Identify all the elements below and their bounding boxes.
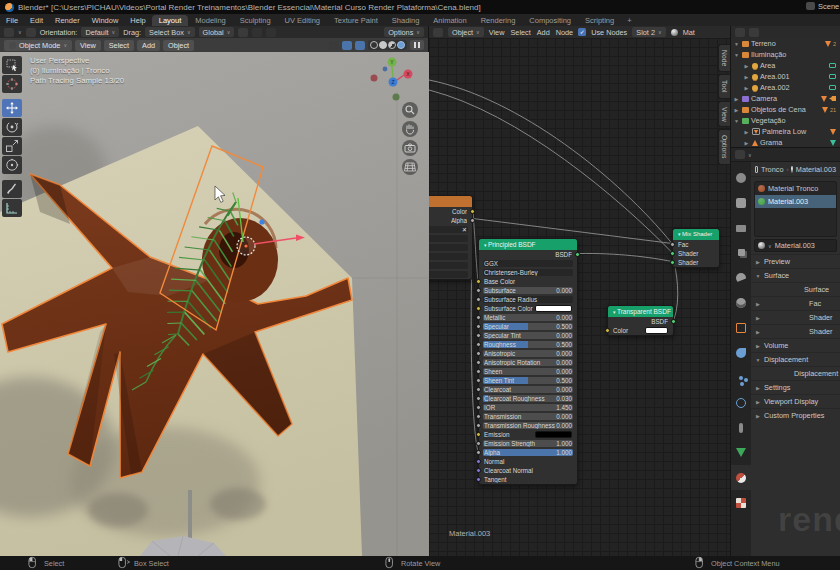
disclosure-closed-icon[interactable]: ▶ bbox=[755, 343, 761, 349]
node-row-transmission[interactable]: Transmission0.000 bbox=[479, 412, 577, 421]
disclosure-open-icon[interactable]: ▼ bbox=[733, 52, 740, 58]
properties-tab-render[interactable] bbox=[731, 190, 751, 215]
material-slot-material-003[interactable]: Material.003 bbox=[755, 195, 836, 208]
node-row-ggx[interactable]: GGX∨ bbox=[479, 259, 577, 268]
outliner-row-ilumina-o[interactable]: ▼Iluminação bbox=[731, 49, 840, 60]
image-dropdown-0[interactable]: ∨ bbox=[429, 234, 472, 243]
editor-type-icon[interactable] bbox=[433, 28, 443, 37]
properties-tab-particles[interactable] bbox=[731, 365, 751, 390]
sidebar-tab-view[interactable]: View bbox=[718, 101, 730, 128]
zoom-view-button[interactable] bbox=[402, 102, 418, 118]
outliner-row-area-002[interactable]: ▶Area.002 bbox=[731, 82, 840, 93]
object-type-visibility-icon[interactable] bbox=[329, 41, 339, 50]
properties-tab-material[interactable] bbox=[731, 465, 751, 490]
socket-clearcoat-normal-in[interactable] bbox=[476, 468, 481, 473]
outliner-filter-icon[interactable] bbox=[749, 28, 759, 37]
socket-emission-strength-in[interactable] bbox=[476, 441, 481, 446]
panel-panel-viewport-display[interactable]: ▶Viewport Display bbox=[751, 394, 840, 408]
disclosure-open-icon[interactable]: ▼ bbox=[733, 118, 740, 124]
panel-field-displacement[interactable]: Displacement bbox=[751, 366, 840, 380]
node-row-clearcoat[interactable]: Clearcoat0.000 bbox=[479, 385, 577, 394]
socket-subsurface-in[interactable] bbox=[476, 288, 481, 293]
move-gizmo-icon[interactable] bbox=[26, 28, 36, 37]
disclosure-closed-icon[interactable]: ▶ bbox=[755, 329, 761, 335]
active-tool-icon[interactable] bbox=[4, 28, 14, 37]
outliner-display-mode-icon[interactable] bbox=[735, 28, 745, 37]
wireframe-shading-button[interactable] bbox=[370, 41, 378, 49]
workspace-tab-uv-editing[interactable]: UV Editing bbox=[278, 15, 327, 26]
properties-tab-scene[interactable] bbox=[731, 265, 751, 290]
material-preview-button[interactable] bbox=[388, 41, 396, 49]
workspace-tab-shading[interactable]: Shading bbox=[385, 15, 427, 26]
disclosure-closed-icon[interactable]: ▶ bbox=[755, 399, 761, 405]
transparent-bsdf-node[interactable]: ▾ Transparent BSDF BSDF Color bbox=[607, 305, 674, 336]
orientation-dropdown[interactable]: Default∨ bbox=[81, 27, 119, 37]
workspace-tab-compositing[interactable]: Compositing bbox=[522, 15, 578, 26]
render-pause-button[interactable] bbox=[410, 40, 424, 50]
socket-specular-in[interactable] bbox=[476, 324, 481, 329]
shader-menu-node[interactable]: Node bbox=[556, 28, 573, 37]
data-badge-icon[interactable] bbox=[829, 85, 836, 90]
workspace-tab-texture-paint[interactable]: Texture Paint bbox=[327, 15, 385, 26]
transparent-node-header[interactable]: ▾ Transparent BSDF bbox=[608, 306, 673, 317]
outliner-row-grama[interactable]: ▶Grama bbox=[731, 137, 840, 148]
node-row-metallic[interactable]: Metallic0.000 bbox=[479, 313, 577, 322]
disclosure-closed-icon[interactable]: ▶ bbox=[743, 129, 750, 135]
camera-badge-icon[interactable] bbox=[829, 96, 836, 101]
node-row-roughness[interactable]: Roughness0.500 bbox=[479, 340, 577, 349]
node-row-clearcoat-normal[interactable]: Clearcoat Normal bbox=[479, 466, 577, 475]
tool-annotate-button[interactable] bbox=[2, 180, 22, 198]
node-row-sheen-tint[interactable]: Sheen Tint0.500 bbox=[479, 376, 577, 385]
panel-panel-settings[interactable]: ▶Settings bbox=[751, 380, 840, 394]
mix-input-fac-0[interactable]: Fac bbox=[673, 240, 719, 249]
node-row-emission[interactable]: Emission bbox=[479, 430, 577, 439]
socket-sheen-tint-in[interactable] bbox=[476, 378, 481, 383]
node-row-ior[interactable]: IOR1.450 bbox=[479, 403, 577, 412]
workspace-tab-rendering[interactable]: Rendering bbox=[474, 15, 523, 26]
shader-menu-select[interactable]: Select bbox=[510, 28, 530, 37]
sidebar-tab-node[interactable]: Node bbox=[718, 44, 730, 72]
disclosure-closed-icon[interactable]: ▶ bbox=[733, 96, 740, 102]
3d-viewport[interactable]: Object Mode∨ ViewSelectAddObject bbox=[0, 38, 429, 556]
socket-alpha-in[interactable] bbox=[476, 450, 481, 455]
principled-node-header[interactable]: ▾ Principled BSDF bbox=[479, 239, 577, 250]
tool-cursor-button[interactable] bbox=[2, 75, 22, 93]
mesh-badge-icon[interactable] bbox=[822, 107, 828, 113]
node-row-subsurface-color[interactable]: Subsurface Color bbox=[479, 304, 577, 313]
node-row-bsdf[interactable]: BSDF bbox=[479, 250, 577, 259]
image-dropdown-1[interactable]: ∨ bbox=[429, 243, 472, 252]
properties-tab-data[interactable] bbox=[731, 440, 751, 465]
outliner-row-objetos-de-cena[interactable]: ▶Objetos de Cena21 bbox=[731, 104, 840, 115]
shader-type-dropdown[interactable]: Object∨ bbox=[448, 27, 484, 37]
socket-metallic-in[interactable] bbox=[476, 315, 481, 320]
drag-dropdown[interactable]: Select Box∨ bbox=[145, 27, 195, 37]
tool-rotate-button[interactable] bbox=[2, 118, 22, 136]
sidebar-tab-tool[interactable]: Tool bbox=[718, 74, 730, 98]
shader-editor[interactable]: ColorAlpha▦✕∨∨∨∨∨ ▾ Principled BSDF BSDF… bbox=[429, 38, 731, 556]
node-row-alpha[interactable]: Alpha1.000 bbox=[479, 448, 577, 457]
node-row-christensen-burley[interactable]: Christensen-Burley∨ bbox=[479, 268, 577, 277]
disclosure-open-icon[interactable]: ▼ bbox=[755, 357, 761, 363]
socket-normal-in[interactable] bbox=[476, 459, 481, 464]
disclosure-closed-icon[interactable]: ▶ bbox=[755, 301, 761, 307]
tool-scale-button[interactable] bbox=[2, 137, 22, 155]
socket-anisotropic-rotation-in[interactable] bbox=[476, 360, 481, 365]
material-browse-row[interactable]: ∨ Material.003 bbox=[754, 239, 837, 252]
panel-panel-custom-properties[interactable]: ▶Custom Properties bbox=[751, 408, 840, 422]
mesh-badge-icon[interactable] bbox=[821, 96, 827, 102]
mesh-badge-icon[interactable] bbox=[825, 41, 831, 47]
panel-panel-preview[interactable]: ▶Preview bbox=[751, 254, 840, 268]
panel-sub-fac[interactable]: ▶Fac bbox=[751, 296, 840, 310]
socket-anisotropic-in[interactable] bbox=[476, 351, 481, 356]
menu-help[interactable]: Help bbox=[124, 15, 151, 26]
viewport-menu-object[interactable]: Object bbox=[163, 40, 194, 51]
panel-panel-displacement[interactable]: ▼Displacement bbox=[751, 352, 840, 366]
panel-panel-volume[interactable]: ▶Volume bbox=[751, 338, 840, 352]
socket-clearcoat-in[interactable] bbox=[476, 387, 481, 392]
panel-field-surface[interactable]: Surface bbox=[751, 282, 840, 296]
tool-measure-button[interactable] bbox=[2, 199, 22, 217]
socket-roughness-in[interactable] bbox=[476, 342, 481, 347]
panel-sub-shader[interactable]: ▶Shader bbox=[751, 310, 840, 324]
viewport-canvas[interactable]: Y X Z bbox=[0, 52, 429, 556]
breadcrumb-object[interactable]: Tronco bbox=[761, 165, 783, 174]
